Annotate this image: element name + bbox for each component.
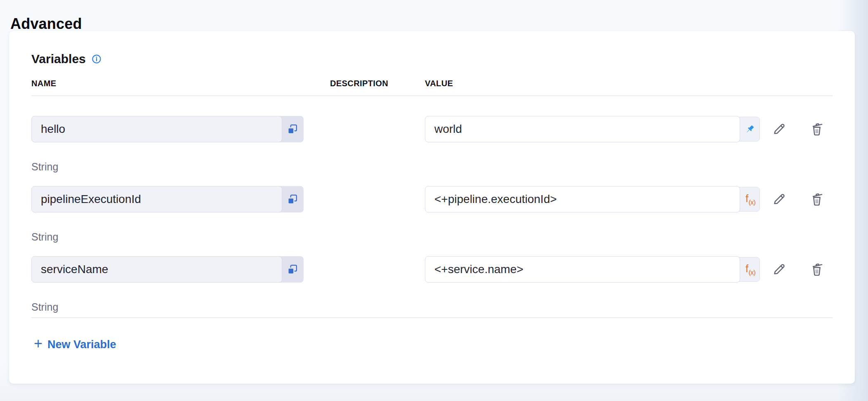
variable-name-field xyxy=(31,186,304,212)
variable-value-input[interactable] xyxy=(425,116,740,142)
delete-variable-button[interactable] xyxy=(808,120,826,138)
variable-name-input[interactable] xyxy=(31,116,282,142)
column-header-name: NAME xyxy=(31,78,304,89)
info-icon[interactable] xyxy=(92,54,101,64)
delete-variable-button[interactable] xyxy=(808,190,826,208)
table-header-row: NAME DESCRIPTION VALUE xyxy=(31,78,833,89)
pin-icon xyxy=(744,124,755,135)
new-variable-button[interactable]: + New Variable xyxy=(31,335,119,354)
plus-icon: + xyxy=(34,336,42,351)
variable-value-field: f(x) xyxy=(425,186,760,212)
column-header-description: DESCRIPTION xyxy=(330,78,425,89)
variables-title: Variables xyxy=(31,52,86,66)
header-divider xyxy=(31,95,833,96)
variable-value-field: f(x) xyxy=(425,256,760,283)
value-cell: f(x) xyxy=(425,186,760,212)
variable-type-label: String xyxy=(31,231,304,243)
name-cell: String xyxy=(31,256,304,313)
variable-type-label: String xyxy=(31,301,304,313)
variable-name-field xyxy=(31,256,304,283)
name-cell: String xyxy=(31,186,304,243)
variable-name-input[interactable] xyxy=(31,186,282,212)
column-header-value: VALUE xyxy=(425,78,760,89)
copy-icon xyxy=(287,124,298,135)
edit-variable-button[interactable] xyxy=(770,260,788,278)
variables-header: Variables xyxy=(31,51,833,67)
trash-icon xyxy=(809,192,824,207)
variables-card: Variables NAME DESCRIPTION VALUE xyxy=(9,31,855,384)
variable-value-input[interactable] xyxy=(425,256,740,283)
value-cell: f(x) xyxy=(425,256,760,283)
pencil-icon xyxy=(771,192,786,207)
variable-row-pipelineExecutionId: String f(x) xyxy=(31,186,833,243)
variable-name-field xyxy=(31,116,304,142)
footer-divider xyxy=(31,317,833,318)
expression-icon: f(x) xyxy=(745,263,755,276)
variable-row-hello: String xyxy=(31,116,833,173)
value-cell xyxy=(425,116,760,142)
pencil-icon xyxy=(771,122,786,137)
variable-value-input[interactable] xyxy=(425,186,740,212)
row-actions xyxy=(760,116,833,142)
copy-icon xyxy=(287,194,298,205)
edit-variable-button[interactable] xyxy=(770,120,788,138)
name-cell: String xyxy=(31,116,304,173)
row-actions xyxy=(760,186,833,212)
expression-icon: f(x) xyxy=(745,193,755,206)
variable-row-serviceName: String f(x) xyxy=(31,256,833,313)
page-title: Advanced xyxy=(10,15,82,33)
variable-value-field xyxy=(425,116,760,142)
row-actions xyxy=(760,256,833,283)
trash-icon xyxy=(809,262,824,277)
edit-variable-button[interactable] xyxy=(770,190,788,208)
trash-icon xyxy=(809,122,824,137)
new-variable-label: New Variable xyxy=(47,338,116,351)
delete-variable-button[interactable] xyxy=(808,260,826,278)
copy-icon xyxy=(287,264,298,275)
pencil-icon xyxy=(771,262,786,277)
variable-type-label: String xyxy=(31,160,304,173)
variable-name-input[interactable] xyxy=(31,256,282,283)
